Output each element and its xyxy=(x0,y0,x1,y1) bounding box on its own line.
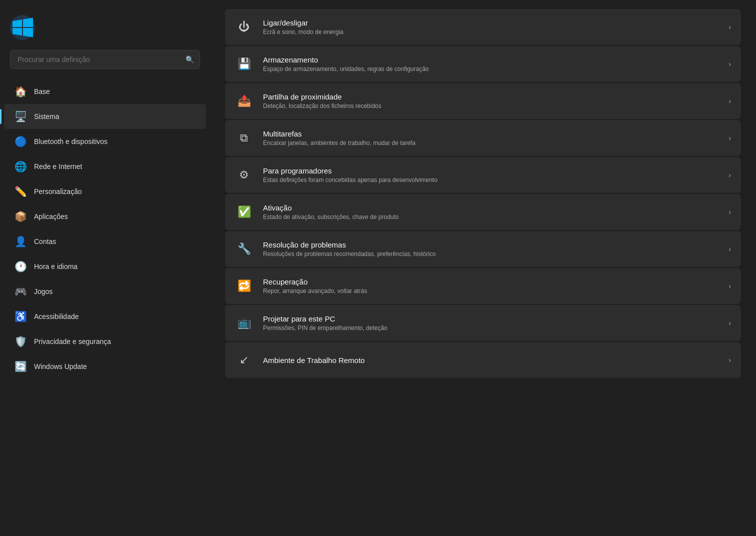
settings-subtitle-armazenamento: Espaço de armazenamento, unidades, regra… xyxy=(263,66,718,72)
settings-subtitle-multitarefas: Encaixar janelas, ambientes de trabalho,… xyxy=(263,140,718,146)
settings-title-recuperacao: Recuperação xyxy=(263,278,718,286)
sidebar-label-windows-update: Windows Update xyxy=(34,362,87,370)
sidebar-item-privacidade[interactable]: 🛡️Privacidade e segurança xyxy=(4,329,206,354)
chevron-icon-armazenamento: › xyxy=(728,60,731,68)
settings-item-recuperacao[interactable]: 🔁RecuperaçãoRepor, arranque avançado, vo… xyxy=(225,268,741,304)
settings-text-armazenamento: ArmazenamentoEspaço de armazenamento, un… xyxy=(263,56,718,72)
settings-text-trabalho-remoto: Ambiente de Trabalho Remoto xyxy=(263,356,718,364)
sidebar: 🔍 🏠Base🖥️Sistema🔵Bluetooth e dispositivo… xyxy=(0,0,210,536)
sidebar-label-privacidade: Privacidade e segurança xyxy=(34,338,111,346)
search-icon: 🔍 xyxy=(186,56,194,64)
settings-icon-resolucao: 🔧 xyxy=(235,240,253,258)
sidebar-icon-privacidade: 🛡️ xyxy=(14,335,27,348)
settings-item-programadores[interactable]: ⚙Para programadoresEstas definições fora… xyxy=(225,157,741,193)
settings-text-partilha: Partilha de proximidadeDeteção, localiza… xyxy=(263,92,718,110)
settings-title-resolucao: Resolução de problemas xyxy=(263,240,718,249)
sidebar-item-personalizacao[interactable]: ✏️Personalização xyxy=(4,179,206,204)
sidebar-icon-acessibilidade: ♿ xyxy=(14,310,27,323)
chevron-icon-projetar: › xyxy=(728,319,731,327)
sidebar-label-personalizacao: Personalização xyxy=(34,188,82,196)
settings-icon-programadores: ⚙ xyxy=(235,166,253,184)
sidebar-icon-rede: 🌐 xyxy=(14,160,27,173)
settings-title-ativacao: Ativação xyxy=(263,204,718,212)
sidebar-label-hora: Hora e idioma xyxy=(34,262,78,270)
settings-icon-trabalho-remoto: ↙ xyxy=(235,351,253,369)
settings-icon-projetar: 📺 xyxy=(235,314,253,332)
windows-logo-icon xyxy=(10,15,35,40)
sidebar-item-contas[interactable]: 👤Contas xyxy=(4,229,206,254)
chevron-icon-trabalho-remoto: › xyxy=(728,356,731,364)
settings-text-ligar-desligar: Ligar/desligarEcrã e sono, modo de energ… xyxy=(263,18,718,36)
sidebar-label-bluetooth: Bluetooth e dispositivos xyxy=(34,138,108,146)
search-input[interactable] xyxy=(10,50,200,69)
sidebar-icon-hora: 🕐 xyxy=(14,260,27,273)
settings-subtitle-ativacao: Estado de ativação, subscrições, chave d… xyxy=(263,214,718,220)
chevron-icon-multitarefas: › xyxy=(728,134,731,142)
sidebar-icon-jogos: 🎮 xyxy=(14,285,27,298)
settings-title-trabalho-remoto: Ambiente de Trabalho Remoto xyxy=(263,356,718,364)
settings-icon-multitarefas: ⧉ xyxy=(235,129,253,147)
settings-list: ⏻Ligar/desligarEcrã e sono, modo de ener… xyxy=(225,9,741,378)
chevron-icon-recuperacao: › xyxy=(728,282,731,290)
settings-item-ativacao[interactable]: ✅AtivaçãoEstado de ativação, subscrições… xyxy=(225,194,741,230)
sidebar-item-sistema[interactable]: 🖥️Sistema xyxy=(4,104,206,129)
sidebar-icon-personalizacao: ✏️ xyxy=(14,185,27,198)
settings-subtitle-programadores: Estas definições foram concebidas apenas… xyxy=(263,176,718,184)
settings-subtitle-partilha: Deteção, localização dos ficheiros receb… xyxy=(263,102,718,110)
sidebar-icon-contas: 👤 xyxy=(14,235,27,248)
sidebar-label-acessibilidade: Acessibilidade xyxy=(34,312,79,320)
sidebar-item-base[interactable]: 🏠Base xyxy=(4,79,206,104)
sidebar-item-windows-update[interactable]: 🔄Windows Update xyxy=(4,354,206,379)
settings-subtitle-projetar: Permissões, PIN de emparelhamento, deteç… xyxy=(263,324,718,332)
sidebar-icon-sistema: 🖥️ xyxy=(14,110,27,123)
sidebar-item-jogos[interactable]: 🎮Jogos xyxy=(4,279,206,304)
chevron-icon-resolucao: › xyxy=(728,245,731,253)
chevron-icon-programadores: › xyxy=(728,171,731,179)
chevron-icon-ligar-desligar: › xyxy=(728,23,731,31)
sidebar-label-base: Base xyxy=(34,88,50,96)
settings-item-partilha[interactable]: 📤Partilha de proximidadeDeteção, localiz… xyxy=(225,83,741,119)
settings-icon-ativacao: ✅ xyxy=(235,203,253,221)
settings-item-projetar[interactable]: 📺Projetar para este PCPermissões, PIN de… xyxy=(225,305,741,341)
settings-text-programadores: Para programadoresEstas definições foram… xyxy=(263,166,718,184)
sidebar-item-bluetooth[interactable]: 🔵Bluetooth e dispositivos xyxy=(4,129,206,154)
sidebar-item-aplicacoes[interactable]: 📦Aplicações xyxy=(4,204,206,229)
sidebar-icon-windows-update: 🔄 xyxy=(14,360,27,373)
settings-icon-recuperacao: 🔁 xyxy=(235,277,253,295)
settings-item-ligar-desligar[interactable]: ⏻Ligar/desligarEcrã e sono, modo de ener… xyxy=(225,9,741,45)
search-bar: 🔍 xyxy=(10,50,200,69)
sidebar-label-contas: Contas xyxy=(34,238,56,246)
settings-title-programadores: Para programadores xyxy=(263,166,718,175)
settings-text-resolucao: Resolução de problemasResoluções de prob… xyxy=(263,240,718,258)
settings-text-recuperacao: RecuperaçãoRepor, arranque avançado, vol… xyxy=(263,278,718,294)
main-content: ⏻Ligar/desligarEcrã e sono, modo de ener… xyxy=(210,0,756,536)
settings-item-trabalho-remoto[interactable]: ↙Ambiente de Trabalho Remoto› xyxy=(225,342,741,378)
sidebar-item-acessibilidade[interactable]: ♿Acessibilidade xyxy=(4,304,206,329)
settings-subtitle-ligar-desligar: Ecrã e sono, modo de energia xyxy=(263,28,718,36)
sidebar-icon-aplicacoes: 📦 xyxy=(14,210,27,223)
settings-title-ligar-desligar: Ligar/desligar xyxy=(263,18,718,27)
settings-item-armazenamento[interactable]: 💾ArmazenamentoEspaço de armazenamento, u… xyxy=(225,46,741,82)
settings-title-partilha: Partilha de proximidade xyxy=(263,92,718,101)
sidebar-icon-base: 🏠 xyxy=(14,85,27,98)
sidebar-item-hora[interactable]: 🕐Hora e idioma xyxy=(4,254,206,279)
settings-subtitle-recuperacao: Repor, arranque avançado, voltar atrás xyxy=(263,288,718,294)
settings-text-projetar: Projetar para este PCPermissões, PIN de … xyxy=(263,314,718,332)
settings-item-multitarefas[interactable]: ⧉MultitarefasEncaixar janelas, ambientes… xyxy=(225,120,741,156)
settings-title-armazenamento: Armazenamento xyxy=(263,56,718,64)
settings-icon-ligar-desligar: ⏻ xyxy=(235,18,253,36)
chevron-icon-ativacao: › xyxy=(728,208,731,216)
settings-title-multitarefas: Multitarefas xyxy=(263,130,718,138)
settings-item-resolucao[interactable]: 🔧Resolução de problemasResoluções de pro… xyxy=(225,231,741,267)
sidebar-label-rede: Rede e Internet xyxy=(34,162,82,170)
sidebar-item-rede[interactable]: 🌐Rede e Internet xyxy=(4,154,206,179)
chevron-icon-partilha: › xyxy=(728,97,731,105)
sidebar-label-jogos: Jogos xyxy=(34,288,52,296)
settings-title-projetar: Projetar para este PC xyxy=(263,314,718,323)
sidebar-nav: 🏠Base🖥️Sistema🔵Bluetooth e dispositivos🌐… xyxy=(0,79,210,379)
sidebar-label-sistema: Sistema xyxy=(34,112,60,120)
settings-subtitle-resolucao: Resoluções de problemas recomendadas, pr… xyxy=(263,250,718,258)
settings-icon-partilha: 📤 xyxy=(235,92,253,110)
settings-icon-armazenamento: 💾 xyxy=(235,55,253,73)
settings-text-multitarefas: MultitarefasEncaixar janelas, ambientes … xyxy=(263,130,718,146)
